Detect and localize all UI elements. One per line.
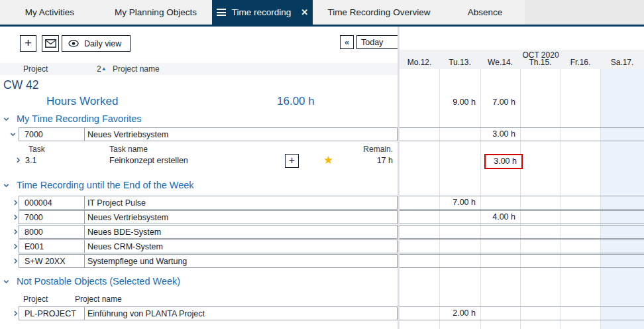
not-postable-project-row[interactable]: PL-PROJECT Einführung von PLANTA Project (19, 306, 398, 320)
chevron-right-icon[interactable] (15, 157, 22, 164)
day-header[interactable]: Tu.13. (439, 58, 480, 68)
project-calendar-row (400, 254, 644, 268)
day-header[interactable]: Th.15. (520, 58, 561, 68)
section-week-recording-title[interactable]: Time Recording until the End of the Week (17, 180, 194, 190)
sort-ascending-icon: ▲ (101, 66, 107, 72)
column-project[interactable]: Project (23, 63, 48, 75)
project-we-hours[interactable]: 4.00 h (480, 211, 520, 224)
task-remaining-hours: 17 h (345, 156, 393, 165)
project-row[interactable]: 8000 Neues BDE-System (19, 225, 398, 239)
task-name: Feinkonzept erstellen (109, 156, 188, 165)
day-header[interactable]: Mo.12. (400, 58, 439, 68)
tab-label: Time recording (232, 7, 292, 17)
column-task-name: Task name (109, 143, 148, 155)
project-code-cell: S+W 20XX (19, 255, 85, 267)
day-header[interactable]: Fr.16. (561, 58, 600, 68)
tab-label: Time Recording Overview (328, 7, 431, 17)
tab-label: My Planning Objects (115, 7, 197, 17)
project-code-cell: E001 (19, 240, 85, 253)
content-area: + Daily view « Today Project 2▲ (0, 27, 644, 329)
hours-worked-label: Hours Worked (46, 95, 118, 108)
selected-time-entry-cell[interactable]: 3.00 h (484, 154, 523, 169)
daily-view-label: Daily view (84, 39, 121, 48)
favorite-project-we-hours[interactable]: 3.00 h (480, 128, 520, 141)
project-calendar-row (400, 196, 644, 210)
hamburger-menu-icon[interactable] (217, 9, 226, 16)
envelope-icon (45, 39, 56, 48)
task-id: 3.1 (25, 156, 36, 165)
chevron-down-icon[interactable] (3, 115, 10, 123)
tab-my-activities[interactable]: My Activities (0, 0, 99, 25)
project-row[interactable]: E001 Neues CRM-System (19, 239, 398, 253)
close-tab-icon[interactable]: ✕ (301, 7, 308, 17)
tab-label: My Activities (25, 7, 74, 17)
today-dropdown[interactable]: Today (356, 35, 398, 49)
calendar-day-header: Mo.12. Tu.13. We.14. Th.15. Fr.16. Sa.17… (400, 58, 644, 68)
project-row[interactable]: 7000 Neues Vertriebsystem (19, 210, 398, 224)
project-row[interactable]: S+W 20XX Systempflege und Wartung (19, 254, 398, 268)
hours-worked-we: 7.00 h (480, 96, 520, 109)
tab-my-planning-objects[interactable]: My Planning Objects (99, 0, 212, 25)
chevron-down-icon[interactable] (3, 182, 10, 189)
tab-time-recording-overview[interactable]: Time Recording Overview (313, 0, 445, 25)
project-tu-hours[interactable]: 7.00 h (439, 196, 480, 209)
column-task: Task (28, 143, 45, 155)
sort-indicator[interactable]: 2▲ (97, 63, 107, 75)
project-name-cell: Neues Vertriebsystem (85, 213, 397, 222)
project-code-cell: PL-PROJECT (19, 307, 85, 320)
day-header[interactable]: Sa.17. (600, 58, 644, 68)
today-label: Today (361, 38, 383, 47)
project-calendar-row (400, 225, 644, 239)
tab-bar-filler (525, 0, 644, 25)
project-name-cell: Neues Vertriebsystem (85, 130, 397, 139)
project-name-cell: IT Project Pulse (85, 198, 397, 208)
column-project-name: Project name (75, 293, 122, 305)
chevron-down-icon[interactable] (9, 131, 17, 138)
day-header[interactable]: We.14. (480, 58, 520, 68)
column-project: Project (23, 293, 48, 305)
tab-label: Absence (468, 7, 503, 17)
section-favorites-title[interactable]: My Time Recording Favorites (17, 113, 142, 124)
message-button[interactable] (42, 35, 59, 52)
hours-worked-tu: 9.00 h (439, 96, 480, 109)
favorite-project-row[interactable]: 7000 Neues Vertriebsystem (19, 127, 398, 141)
previous-period-button[interactable]: « (340, 35, 354, 49)
add-booking-button[interactable]: + (285, 154, 299, 168)
add-button[interactable]: + (20, 35, 36, 52)
project-name-cell: Einführung von PLANTA Project (85, 309, 397, 318)
project-name-cell: Neues BDE-System (85, 228, 397, 237)
eye-icon (68, 40, 79, 47)
project-calendar-row (400, 239, 644, 253)
project-calendar-row (400, 210, 644, 224)
chevron-down-icon[interactable] (3, 278, 10, 285)
section-not-postable-title[interactable]: Not Postable Objects (Selected Week) (17, 276, 180, 287)
project-code-cell: 7000 (19, 211, 85, 224)
daily-view-button[interactable]: Daily view (62, 35, 131, 52)
time-recording-app: My Activities My Planning Objects Time r… (0, 0, 644, 329)
left-column-header: Project 2▲ Project name (0, 63, 398, 75)
favorite-star-icon[interactable]: ★ (323, 155, 333, 166)
tab-bar: My Activities My Planning Objects Time r… (0, 0, 644, 27)
project-code-cell: 000004 (19, 196, 85, 209)
not-postable-calendar-row (400, 306, 644, 320)
tab-absence[interactable]: Absence (445, 0, 525, 25)
project-name-cell: Systempflege und Wartung (85, 257, 397, 266)
favorite-project-calendar-row (400, 127, 644, 141)
panel-splitter[interactable] (398, 27, 400, 329)
not-postable-tu-hours[interactable]: 2.00 h (439, 307, 480, 320)
plus-icon: + (25, 36, 32, 49)
tab-time-recording[interactable]: Time recording ✕ (212, 0, 313, 25)
calendar-week-label: CW 42 (3, 78, 38, 92)
column-project-name[interactable]: Project name (113, 63, 160, 75)
hours-worked-total: 16.00 h (277, 95, 315, 108)
back-icon: « (345, 37, 349, 47)
column-remaining: Remain. (331, 143, 393, 155)
plus-icon: + (289, 155, 295, 166)
project-name-cell: Neues CRM-System (85, 242, 397, 251)
project-row[interactable]: 000004 IT Project Pulse (19, 196, 398, 210)
project-code-cell: 8000 (19, 226, 85, 238)
sort-order-number: 2 (97, 64, 101, 74)
project-code-cell: 7000 (19, 128, 85, 141)
